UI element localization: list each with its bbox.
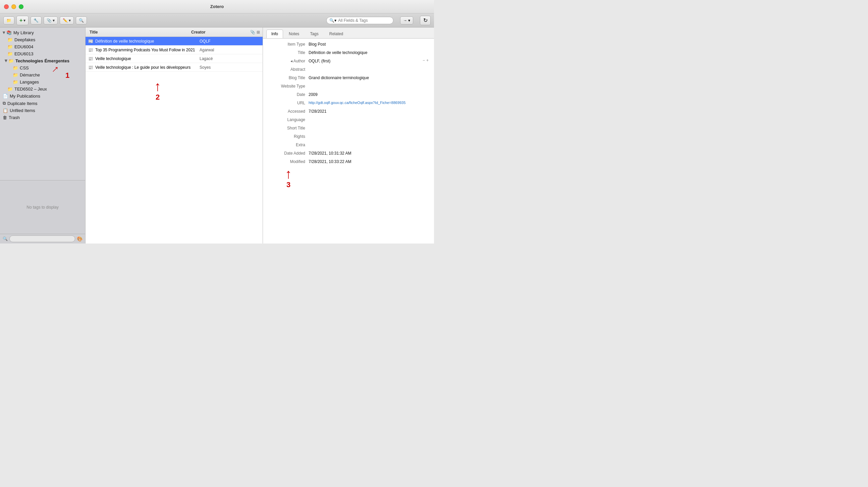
table-row[interactable]: 📰 Veille technologique Lagacé xyxy=(86,54,262,63)
author-plus-icon[interactable]: + xyxy=(426,58,429,63)
dropdown-chevron3-icon: ▾ xyxy=(69,18,71,23)
item-creator: OQLF xyxy=(199,39,260,43)
item-type-icon: 📰 xyxy=(88,39,93,43)
app-title: Zotero xyxy=(210,4,224,9)
sidebar-item-edu6013[interactable]: 📁 EDU6013 xyxy=(0,50,85,57)
col-header-creator[interactable]: Creator xyxy=(190,30,250,35)
table-row[interactable]: 📰 Veille technologique : Le guide pour l… xyxy=(86,63,262,72)
arrow-right-icon: → xyxy=(403,18,407,23)
field-row-short-title: Short Title xyxy=(268,125,429,132)
sidebar-item-technologies[interactable]: ▶ 📁 Technologies Émergentes xyxy=(0,57,85,64)
search-input[interactable] xyxy=(338,18,385,23)
col-header-icons: 📎 ⊞ xyxy=(250,30,260,35)
paperclip-icon: 📎 xyxy=(46,18,52,23)
field-row-accessed: Accessed 7/28/2021 xyxy=(268,108,429,115)
sidebar-item-trash[interactable]: 🗑 Trash xyxy=(0,114,85,121)
field-value-abstract xyxy=(309,66,429,67)
field-row-rights: Rights xyxy=(268,133,429,140)
tab-related[interactable]: Related xyxy=(324,30,348,38)
field-value-blog-title: Grand dictionnaire terminologique xyxy=(309,75,429,80)
close-button[interactable] xyxy=(4,4,9,9)
new-note-button[interactable]: ✏️ ▾ xyxy=(60,17,74,25)
item-title: Définition de veille technologique xyxy=(95,39,199,43)
sidebar-item-css[interactable]: 📁 CSS xyxy=(0,64,85,71)
minimize-button[interactable] xyxy=(11,4,16,9)
field-row-blog-title: Blog Title Grand dictionnaire terminolog… xyxy=(268,75,429,82)
duplicate-icon: ⧉ xyxy=(3,101,6,106)
field-value-title: Définition de veille technologique xyxy=(309,50,429,55)
sidebar-label-edu6013: EDU6013 xyxy=(14,51,33,56)
items-list: 📰 Définition de veille technologique OQL… xyxy=(86,37,262,243)
tab-notes[interactable]: Notes xyxy=(284,30,304,38)
sidebar: ▶ 📚 My Library 📁 Deepfakes 📁 EDU6004 📁 E… xyxy=(0,28,86,243)
triangle-icon-library: ▶ xyxy=(2,32,6,34)
sidebar-item-my-library[interactable]: ▶ 📚 My Library xyxy=(0,29,85,36)
field-value-accessed: 7/28/2021 xyxy=(309,108,429,114)
field-label-abstract: Abstract xyxy=(268,66,309,72)
field-label-date-added: Date Added xyxy=(268,150,309,156)
add-by-identifier-button[interactable]: 🔧 xyxy=(31,17,41,25)
search-dropdown-icon[interactable]: 🔍▾ xyxy=(329,18,336,23)
sidebar-item-demarche[interactable]: 📁 Démarche xyxy=(0,71,85,79)
sidebar-item-deepfakes[interactable]: 📁 Deepfakes xyxy=(0,36,85,43)
field-value-language xyxy=(309,117,429,117)
field-label-website-type: Website Type xyxy=(268,83,309,89)
no-tags-label: No tags to display xyxy=(27,205,58,210)
col-header-title[interactable]: Title xyxy=(88,30,190,35)
field-value-website-type xyxy=(309,83,429,84)
tags-color-icon[interactable]: 🎨 xyxy=(77,236,83,242)
table-row[interactable]: 📰 Définition de veille technologique OQL… xyxy=(86,37,262,45)
sidebar-item-edu6004[interactable]: 📁 EDU6004 xyxy=(0,43,85,50)
field-label-accessed: Accessed xyxy=(268,108,309,114)
search-container: 🔍▾ xyxy=(326,17,394,24)
item-type-icon: 📰 xyxy=(88,48,93,52)
sidebar-item-ted6502[interactable]: 📁 TED6502 – Jeux xyxy=(0,86,85,93)
sidebar-item-langages[interactable]: 📁 Langages xyxy=(0,79,85,86)
search-button[interactable]: 🔍 xyxy=(76,17,87,25)
trash-icon: 🗑 xyxy=(3,115,7,120)
grid-col-icon: ⊞ xyxy=(256,30,260,35)
field-row-date: Date 2009 xyxy=(268,92,429,98)
sidebar-item-unfiled-items[interactable]: 📋 Unfiled Items xyxy=(0,107,85,114)
sidebar-label-my-publications: My Publications xyxy=(10,94,40,99)
right-panel: Info Notes Tags Related Item Type Blog P… xyxy=(263,28,434,243)
arrow3: ↑ 3 xyxy=(285,167,292,189)
new-collection-button[interactable]: 📁 xyxy=(3,17,14,25)
item-title: Veille technologique xyxy=(95,56,199,61)
folder-icon-ted6502: 📁 xyxy=(7,87,13,92)
item-creator: Lagacé xyxy=(199,56,260,61)
navigate-forward-button[interactable]: → ▾ xyxy=(400,17,413,25)
sidebar-item-my-publications[interactable]: 📄 My Publications xyxy=(0,93,85,100)
add-attachment-button[interactable]: 📎 ▾ xyxy=(43,17,58,25)
sidebar-label-css: CSS xyxy=(20,65,29,70)
author-minus-icon[interactable]: − xyxy=(423,58,425,63)
sidebar-label-trash: Trash xyxy=(9,115,20,120)
sync-button[interactable]: ↻ xyxy=(420,16,431,25)
tags-search-input[interactable] xyxy=(9,236,75,242)
field-row-website-type: Website Type xyxy=(268,83,429,90)
sidebar-label-demarche: Démarche xyxy=(20,72,40,78)
tags-panel: No tags to display xyxy=(0,180,85,234)
folder-add-icon: 📁 xyxy=(6,18,11,23)
field-row-author: ◂ Author OQLF, (first) − + xyxy=(268,58,429,65)
folder-icon-edu6013: 📁 xyxy=(7,51,13,56)
field-value-date: 2009 xyxy=(309,92,429,97)
new-item-button[interactable]: + ▾ xyxy=(17,16,29,25)
sidebar-item-duplicate-items[interactable]: ⧉ Duplicate Items xyxy=(0,100,85,107)
item-title: Top 35 Programming Podcasts You Must Fol… xyxy=(95,48,199,52)
field-row-title: Title Définition de veille technologique xyxy=(268,50,429,56)
sidebar-label-technologies: Technologies Émergentes xyxy=(16,58,69,63)
table-row[interactable]: 📰 Top 35 Programming Podcasts You Must F… xyxy=(86,45,262,54)
field-value-item-type: Blog Post xyxy=(309,41,429,47)
sidebar-label-edu6004: EDU6004 xyxy=(14,44,33,49)
tab-info[interactable]: Info xyxy=(266,30,283,38)
maximize-button[interactable] xyxy=(19,4,24,9)
field-label-author: ◂ Author xyxy=(268,58,309,63)
tab-tags[interactable]: Tags xyxy=(305,30,323,38)
field-label-title: Title xyxy=(268,50,309,55)
paperclip-col-icon: 📎 xyxy=(250,30,255,35)
note-icon: ✏️ xyxy=(63,18,68,23)
field-value-short-title xyxy=(309,125,429,126)
field-value-url[interactable]: http://gdt.oqlf.gouv.qc.ca/ficheOqlf.asp… xyxy=(309,100,429,104)
folder-icon-technologies: 📁 xyxy=(8,58,14,63)
